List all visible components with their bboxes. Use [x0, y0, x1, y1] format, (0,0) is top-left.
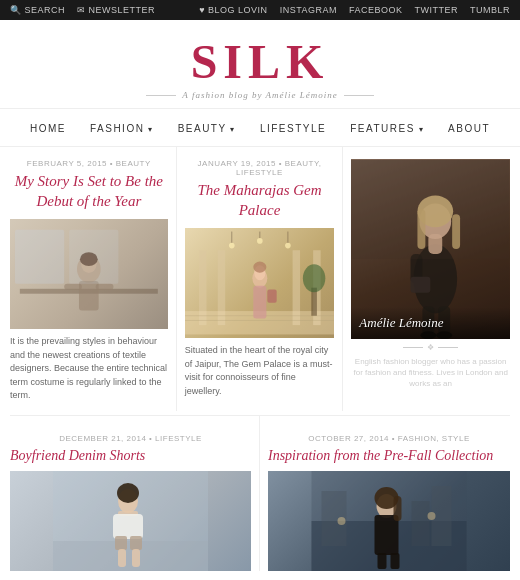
svg-point-58	[338, 517, 346, 525]
svg-point-28	[303, 264, 325, 292]
nav-about[interactable]: ABOUT	[436, 119, 502, 138]
instagram-link[interactable]: INSTAGRAM	[280, 5, 337, 15]
article2-title[interactable]: The Maharajas Gem Palace	[185, 181, 335, 220]
svg-rect-5	[64, 284, 82, 290]
instagram-label: INSTAGRAM	[280, 5, 337, 15]
top-bar: 🔍 SEARCH ✉ NEWSLETTER ♥ BLOG LOVIN INSTA…	[0, 0, 520, 20]
site-tagline: A fashion blog by Amélie Lémoine	[10, 90, 510, 100]
svg-rect-50	[118, 549, 126, 567]
blogger-overlay: Amélie Lémoine	[351, 307, 510, 339]
svg-point-59	[428, 512, 436, 520]
twitter-label: TWITTER	[414, 5, 458, 15]
article1-meta: FEBRUARY 5, 2015 • BEAUTY	[10, 159, 168, 168]
svg-rect-47	[113, 514, 143, 539]
svg-rect-62	[378, 553, 387, 569]
blogger-description: English fashion blogger who has a passio…	[351, 356, 510, 390]
top-bar-left: 🔍 SEARCH ✉ NEWSLETTER	[10, 5, 155, 15]
search-label: SEARCH	[25, 5, 66, 15]
svg-point-19	[253, 261, 266, 272]
bloglovin-label: BLOG LOVIN	[208, 5, 268, 15]
nav-home[interactable]: HOME	[18, 119, 78, 138]
mail-icon: ✉	[77, 5, 86, 15]
svg-point-21	[229, 243, 235, 249]
svg-rect-63	[391, 553, 400, 569]
article2-meta: JANUARY 19, 2015 • BEAUTY, LIFESTYLE	[185, 159, 335, 177]
tagline-line-right	[344, 95, 374, 96]
svg-rect-6	[96, 284, 114, 290]
blogger-card: Amélie Lémoine ❖ English fashion blogger…	[351, 159, 510, 390]
main-content: FEBRUARY 5, 2015 • BEAUTY My Story Is Se…	[0, 147, 520, 580]
svg-rect-49	[130, 536, 142, 550]
tumblr-link[interactable]: TUMBLR	[470, 5, 510, 15]
blogger-divider: ❖	[351, 343, 510, 352]
ornament-icon: ❖	[427, 343, 434, 352]
svg-rect-51	[132, 549, 140, 567]
svg-point-22	[257, 238, 263, 244]
nav-fashion[interactable]: FASHION	[78, 119, 166, 138]
tagline-line-left	[146, 95, 176, 96]
bottom-col-right: OCTOBER 27, 2014 • FASHION, STYLE Inspir…	[260, 416, 510, 571]
svg-rect-61	[375, 515, 399, 555]
tumblr-label: TUMBLR	[470, 5, 510, 15]
article1-excerpt: It is the prevailing styles in behaviour…	[10, 335, 168, 403]
svg-rect-48	[115, 536, 127, 550]
top-bar-right: ♥ BLOG LOVIN INSTAGRAM FACEBOOK TWITTER …	[199, 5, 510, 15]
newsletter-label: NEWSLETTER	[89, 5, 156, 15]
svg-rect-42	[351, 160, 510, 259]
twitter-link[interactable]: TWITTER	[414, 5, 458, 15]
divider-line-left	[403, 347, 423, 348]
article2-image	[185, 228, 335, 338]
svg-rect-7	[15, 230, 64, 284]
search-link[interactable]: 🔍 SEARCH	[10, 5, 65, 15]
bloglovin-link[interactable]: ♥ BLOG LOVIN	[199, 5, 267, 15]
heart-icon: ♥	[199, 5, 205, 15]
nav-features[interactable]: FEATURES	[338, 119, 436, 138]
col-left: FEBRUARY 5, 2015 • BEAUTY My Story Is Se…	[10, 147, 177, 411]
tagline-text: A fashion blog by Amélie Lémoine	[182, 90, 337, 100]
svg-rect-17	[253, 286, 266, 319]
article1-title[interactable]: My Story Is Set to Be the Debut of the Y…	[10, 172, 168, 211]
article4-image	[10, 471, 251, 571]
nav-beauty[interactable]: BEAUTY	[166, 119, 248, 138]
article2-excerpt: Situated in the heart of the royal city …	[185, 344, 335, 398]
col-right: Amélie Lémoine ❖ English fashion blogger…	[343, 147, 510, 411]
blogger-image: Amélie Lémoine	[351, 159, 510, 339]
article5-image	[268, 471, 510, 571]
svg-rect-20	[267, 290, 276, 303]
newsletter-link[interactable]: ✉ NEWSLETTER	[77, 5, 155, 15]
svg-rect-8	[69, 230, 118, 284]
svg-rect-2	[79, 281, 99, 311]
facebook-label: FACEBOOK	[349, 5, 403, 15]
facebook-link[interactable]: FACEBOOK	[349, 5, 403, 15]
content-grid: FEBRUARY 5, 2015 • BEAUTY My Story Is Se…	[10, 147, 510, 411]
article5-title[interactable]: Inspiration from the Pre-Fall Collection	[268, 447, 510, 465]
svg-point-23	[285, 243, 291, 249]
blogger-name: Amélie Lémoine	[359, 315, 502, 331]
article5-meta: OCTOBER 27, 2014 • FASHION, STYLE	[268, 434, 510, 443]
article4-meta: DECEMBER 21, 2014 • LIFESTYLE	[10, 434, 251, 443]
bottom-col-left: DECEMBER 21, 2014 • LIFESTYLE Boyfriend …	[10, 416, 260, 571]
main-nav: HOME FASHION BEAUTY LIFESTYLE FEATURES A…	[0, 109, 520, 147]
svg-rect-57	[412, 501, 430, 546]
site-title[interactable]: SILK	[10, 38, 510, 86]
col-mid: JANUARY 19, 2015 • BEAUTY, LIFESTYLE The…	[177, 147, 344, 411]
bottom-row: DECEMBER 21, 2014 • LIFESTYLE Boyfriend …	[10, 415, 510, 571]
nav-lifestyle[interactable]: LIFESTYLE	[248, 119, 338, 138]
svg-point-52	[117, 483, 139, 503]
divider-line-right	[438, 347, 458, 348]
svg-rect-37	[411, 277, 431, 293]
site-header: SILK A fashion blog by Amélie Lémoine	[0, 20, 520, 109]
search-icon: 🔍	[10, 5, 22, 15]
article1-image	[10, 219, 168, 329]
article4-title[interactable]: Boyfriend Denim Shorts	[10, 447, 251, 465]
svg-rect-65	[394, 496, 402, 521]
